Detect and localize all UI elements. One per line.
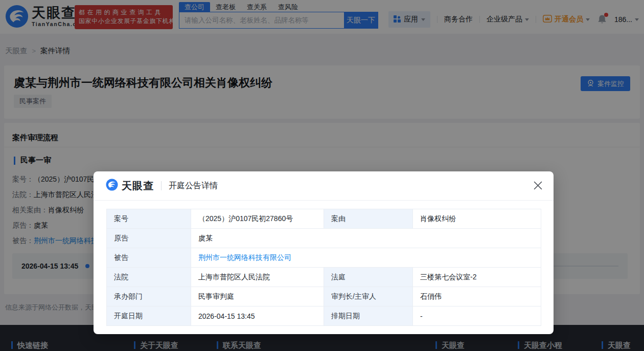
cell-value: - (413, 306, 541, 326)
table-row: 原告 虞某 (107, 229, 541, 248)
cell-label: 被告 (107, 248, 191, 268)
close-icon (534, 181, 542, 190)
tianyancha-logo-icon (106, 179, 118, 193)
modal-brand: 天眼查 (122, 179, 154, 193)
table-row: 开庭日期 2026-04-15 13:45 排期日期 - (107, 306, 541, 326)
table-row: 法院 上海市普陀区人民法院 法庭 三楼第七会议室-2 (107, 268, 541, 287)
cell-label: 开庭日期 (107, 306, 191, 326)
modal-title: 开庭公告详情 (169, 181, 218, 191)
defendant-company-link[interactable]: 荆州市一统网络科技有限公司 (198, 253, 291, 261)
cell-value: 荆州市一统网络科技有限公司 (191, 248, 541, 268)
cell-value: 上海市普陀区人民法院 (191, 268, 324, 287)
cell-value: 民事审判庭 (191, 287, 324, 306)
cell-value: 肖像权纠纷 (413, 209, 541, 229)
cell-label: 原告 (107, 229, 191, 248)
cell-value: 虞某 (191, 229, 541, 248)
modal-close-button[interactable] (533, 181, 543, 191)
modal-header-divider (161, 181, 162, 190)
cell-label: 承办部门 (107, 287, 191, 306)
cell-label: 案由 (324, 209, 413, 229)
cell-label: 排期日期 (324, 306, 413, 326)
cell-label: 审判长/主审人 (324, 287, 413, 306)
modal-header: 天眼查 开庭公告详情 (94, 171, 554, 201)
hearing-detail-table: 案号 （2025）沪0107民初27860号 案由 肖像权纠纷 原告 虞某 被告… (106, 209, 541, 326)
table-row: 承办部门 民事审判庭 审判长/主审人 石俏伟 (107, 287, 541, 306)
page: 天眼查 TianYanCha.com 都在用的商业查询工具 国家中小企业发展子基… (0, 0, 644, 351)
cell-label: 案号 (107, 209, 191, 229)
table-row: 案号 （2025）沪0107民初27860号 案由 肖像权纠纷 (107, 209, 541, 229)
hearing-detail-modal: 天眼查 开庭公告详情 案号 （2025）沪0107民初27860号 案由 肖像权… (94, 171, 554, 334)
cell-value: （2025）沪0107民初27860号 (191, 209, 324, 229)
cell-value: 石俏伟 (413, 287, 541, 306)
table-row: 被告 荆州市一统网络科技有限公司 (107, 248, 541, 268)
cell-value: 三楼第七会议室-2 (413, 268, 541, 287)
cell-label: 法院 (107, 268, 191, 287)
cell-label: 法庭 (324, 268, 413, 287)
cell-value: 2026-04-15 13:45 (191, 306, 324, 326)
